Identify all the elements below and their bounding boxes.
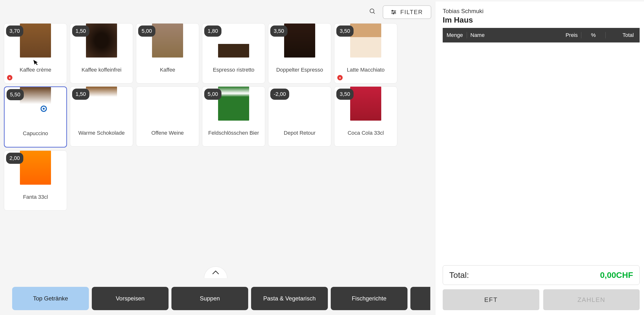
filter-button[interactable]: FILTER xyxy=(383,5,431,19)
total-value: 0,00CHF xyxy=(600,270,633,280)
product-image xyxy=(86,23,117,57)
product-name: Coca Cola 33cl xyxy=(348,130,384,136)
product-image xyxy=(284,23,315,57)
payment-buttons: EFT ZAHLEN xyxy=(443,289,640,310)
category-label: Vorspeisen xyxy=(116,295,145,302)
order-panel: Tobias Schmuki Im Haus Menge Name Preis … xyxy=(435,1,644,315)
product-card-0[interactable]: 3,70Kaffee crème♦ xyxy=(4,23,67,83)
product-card-10[interactable]: -2,00Depot Retour xyxy=(268,86,331,147)
product-name: Fanta 33cl xyxy=(23,194,48,200)
product-card-11[interactable]: 3,50Coca Cola 33cl xyxy=(334,86,397,147)
price-badge: 3,50 xyxy=(336,25,354,37)
category-label: Fischgerichte xyxy=(352,295,386,302)
product-name: Feldschlösschen Bier xyxy=(208,130,259,136)
price-badge: 3,50 xyxy=(270,25,288,37)
product-name: Warme Schokolade xyxy=(78,130,124,136)
product-image xyxy=(86,87,117,121)
col-menge: Menge xyxy=(443,32,467,38)
product-image xyxy=(20,23,51,57)
category-1[interactable]: Vorspeisen xyxy=(92,287,168,310)
product-image xyxy=(152,87,183,121)
product-image xyxy=(350,87,381,121)
product-card-7[interactable]: 1,50Warme Schokolade xyxy=(70,86,133,147)
top-bar: FILTER xyxy=(172,4,433,23)
category-2[interactable]: Suppen xyxy=(172,287,248,310)
product-name: Kaffee crème xyxy=(20,67,51,73)
price-badge: 1,50 xyxy=(72,25,89,37)
customer-name: Tobias Schmuki xyxy=(443,8,640,14)
product-image xyxy=(20,151,51,185)
product-image xyxy=(218,87,249,121)
product-card-3[interactable]: 1,80Espresso ristretto xyxy=(202,23,265,83)
price-badge: -2,00 xyxy=(270,89,289,100)
product-image xyxy=(20,87,51,121)
product-name: Offene Weine xyxy=(151,130,184,136)
search-box[interactable] xyxy=(174,5,379,19)
price-badge: 2,00 xyxy=(6,153,23,164)
product-card-4[interactable]: 3,50Doppelter Espresso xyxy=(268,23,331,83)
price-badge: 1,50 xyxy=(72,89,89,100)
filter-label: FILTER xyxy=(400,9,423,15)
product-card-12[interactable]: 2,00Fanta 33cl xyxy=(4,150,67,211)
product-image xyxy=(350,23,381,57)
order-items xyxy=(443,42,640,263)
total-label: Total: xyxy=(449,270,469,280)
order-location: Im Haus xyxy=(443,15,640,24)
flame-icon: ♦ xyxy=(7,75,12,80)
total-row: Total: 0,00CHF xyxy=(443,265,640,285)
col-percent: % xyxy=(581,32,606,38)
svg-line-1 xyxy=(374,12,375,13)
order-table-header: Menge Name Preis % Total xyxy=(443,28,640,42)
col-name: Name xyxy=(467,32,542,38)
expand-up-button[interactable] xyxy=(204,267,227,278)
col-total: Total xyxy=(606,32,640,38)
product-name: Espresso ristretto xyxy=(213,67,254,73)
price-badge: 3,50 xyxy=(336,89,354,100)
category-0[interactable]: Top Getränke xyxy=(12,287,89,310)
product-image xyxy=(218,23,249,57)
product-card-8[interactable]: Offene Weine xyxy=(136,86,199,147)
category-4[interactable]: Fischgerichte xyxy=(331,287,408,310)
category-5[interactable] xyxy=(410,287,430,310)
search-input[interactable] xyxy=(177,9,369,15)
pay-button[interactable]: ZAHLEN xyxy=(543,289,640,310)
price-badge: 5,50 xyxy=(6,89,24,100)
price-badge: 1,80 xyxy=(204,25,222,37)
product-name: Kaffee koffeinfrei xyxy=(82,67,122,73)
product-grid: 3,70Kaffee crème♦1,50Kaffee koffeinfrei5… xyxy=(2,23,433,211)
filter-icon xyxy=(391,10,396,14)
product-name: Latte Macchiato xyxy=(347,67,384,73)
product-name: Doppelter Espresso xyxy=(276,67,323,73)
product-name: Capuccino xyxy=(23,130,48,137)
category-label: Suppen xyxy=(200,295,220,302)
product-card-9[interactable]: 5,00Feldschlösschen Bier xyxy=(202,86,265,147)
price-badge: 5,00 xyxy=(138,25,156,37)
product-card-2[interactable]: 5,00Kaffee xyxy=(136,23,199,83)
col-preis: Preis xyxy=(542,32,581,38)
price-badge: 5,00 xyxy=(204,89,222,100)
product-panel: FILTER 3,70Kaffee crème♦1,50Kaffee koffe… xyxy=(0,1,435,315)
product-image xyxy=(152,23,183,57)
product-name: Kaffee xyxy=(160,67,175,73)
category-label: Top Getränke xyxy=(33,295,68,302)
category-label: Pasta & Vegetarisch xyxy=(263,295,316,302)
category-3[interactable]: Pasta & Vegetarisch xyxy=(251,287,328,310)
product-card-5[interactable]: 3,50Latte Macchiato♦ xyxy=(334,23,397,83)
product-card-1[interactable]: 1,50Kaffee koffeinfrei xyxy=(70,23,133,83)
product-name: Depot Retour xyxy=(284,130,316,136)
search-icon[interactable] xyxy=(369,8,376,16)
flame-icon: ♦ xyxy=(337,75,343,80)
svg-point-0 xyxy=(370,9,374,13)
category-bar: Top GetränkeVorspeisenSuppenPasta & Vege… xyxy=(12,287,430,310)
target-icon xyxy=(40,106,47,112)
eft-button[interactable]: EFT xyxy=(443,289,539,310)
price-badge: 3,70 xyxy=(6,25,23,37)
product-card-6[interactable]: 5,50Capuccino xyxy=(4,86,67,148)
